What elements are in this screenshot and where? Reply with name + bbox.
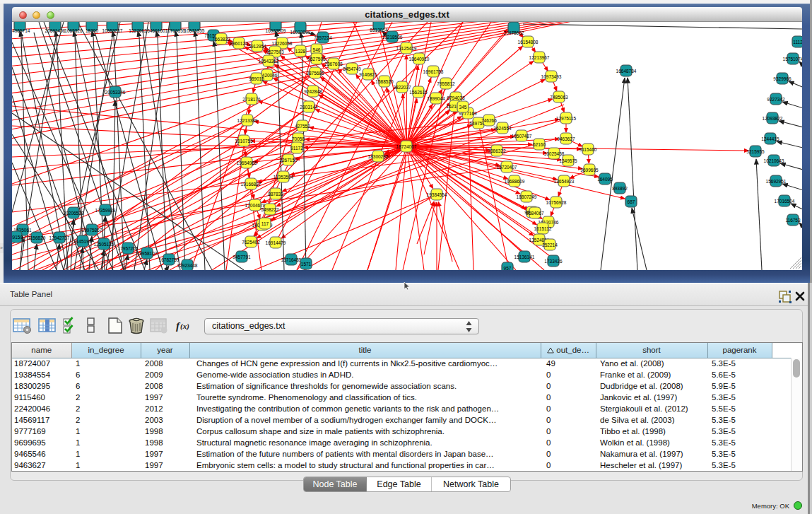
svg-text:2803144: 2803144 (300, 105, 318, 110)
svg-text:18640910: 18640910 (409, 57, 430, 62)
svg-text:62160: 62160 (533, 142, 546, 147)
svg-text:18300295: 18300295 (368, 154, 389, 159)
svg-text:12975115: 12975115 (556, 116, 577, 121)
svg-text:9463627: 9463627 (557, 136, 575, 141)
svg-text:15716485: 15716485 (281, 257, 302, 262)
svg-text:18807249: 18807249 (517, 194, 537, 199)
svg-text:1156829: 1156829 (28, 235, 46, 240)
svg-text:3624554: 3624554 (493, 126, 512, 131)
svg-text:1615112: 1615112 (534, 226, 552, 231)
svg-text:5912954: 5912954 (248, 44, 266, 49)
svg-text:8960124: 8960124 (230, 41, 248, 46)
svg-text:9329966: 9329966 (773, 76, 792, 81)
svg-text:70058: 70058 (292, 136, 305, 141)
svg-text:1328: 1328 (295, 49, 306, 54)
svg-text:12213389: 12213389 (237, 118, 258, 123)
svg-text:10688609: 10688609 (505, 179, 525, 184)
svg-text:12093822: 12093822 (763, 116, 783, 121)
svg-text:1349575: 1349575 (559, 158, 577, 163)
svg-text:116753: 116753 (785, 218, 801, 223)
svg-text:20053346: 20053346 (105, 90, 126, 95)
svg-text:989015: 989015 (249, 76, 264, 81)
svg-text:1899044: 1899044 (427, 96, 445, 101)
svg-text:17359928: 17359928 (95, 208, 116, 213)
svg-text:117: 117 (261, 221, 269, 226)
svg-text:19218506: 19218506 (382, 35, 403, 40)
svg-text:18724007: 18724007 (396, 144, 417, 149)
svg-text:10210643: 10210643 (764, 158, 784, 163)
svg-text:16033809: 16033809 (266, 28, 286, 33)
svg-text:1562615: 1562615 (409, 90, 428, 95)
svg-text:10653267: 10653267 (102, 28, 123, 33)
svg-text:19958107: 19958107 (137, 251, 158, 256)
svg-text:546: 546 (313, 47, 321, 52)
svg-text:9227342: 9227342 (767, 97, 785, 102)
svg-text:7357224: 7357224 (314, 35, 332, 40)
svg-text:12213967: 12213967 (529, 55, 550, 60)
svg-text:16033809: 16033809 (290, 30, 311, 35)
svg-text:345: 345 (459, 105, 467, 110)
svg-text:957: 957 (504, 266, 512, 271)
svg-text:6466160: 6466160 (147, 28, 165, 33)
svg-text:1527602: 1527602 (129, 28, 147, 33)
svg-text:(x): (x) (180, 322, 189, 331)
svg-text:16782759: 16782759 (159, 257, 180, 262)
svg-text:17957265: 17957265 (118, 246, 139, 251)
svg-text:16961758: 16961758 (423, 69, 444, 74)
svg-text:39159: 39159 (12, 235, 23, 240)
svg-text:1571: 1571 (301, 262, 312, 267)
svg-text:9527508: 9527508 (307, 57, 326, 62)
svg-text:9527503: 9527503 (266, 49, 284, 54)
svg-text:687: 687 (628, 199, 635, 204)
svg-text:12923448: 12923448 (177, 263, 198, 268)
svg-text:1244415: 1244415 (761, 136, 779, 141)
svg-text:8454749: 8454749 (343, 66, 361, 71)
svg-text:12505135: 12505135 (94, 242, 114, 247)
svg-text:746266: 746266 (481, 118, 497, 123)
svg-text:10756928: 10756928 (546, 200, 567, 205)
svg-text:1588520: 1588520 (375, 79, 394, 84)
svg-text:13654923: 13654923 (554, 179, 575, 184)
svg-text:1112: 1112 (793, 40, 802, 45)
svg-text:20206538: 20206538 (64, 211, 84, 216)
svg-text:16648784: 16648784 (616, 69, 637, 74)
svg-text:2367608: 2367608 (324, 62, 343, 66)
svg-text:9699695: 9699695 (580, 168, 599, 173)
svg-text:1733426: 1733426 (544, 259, 563, 264)
svg-text:10973493: 10973493 (541, 74, 562, 79)
svg-text:9457791: 9457791 (233, 255, 251, 259)
svg-text:19166827: 19166827 (241, 182, 261, 187)
svg-text:19975867: 19975867 (82, 228, 102, 233)
svg-text:15136141: 15136141 (514, 255, 535, 259)
svg-text:91172: 91172 (290, 146, 303, 151)
svg-text:19384554: 19384554 (427, 192, 447, 197)
svg-text:9584067: 9584067 (526, 211, 544, 216)
svg-text:7663822: 7663822 (212, 37, 230, 42)
svg-text:7955812: 7955812 (437, 81, 455, 86)
svg-text:3875685: 3875685 (306, 71, 324, 76)
svg-text:887833: 887833 (268, 192, 283, 197)
svg-text:16914479: 16914479 (266, 240, 286, 245)
svg-text:1145194: 1145194 (74, 239, 92, 244)
svg-text:11353594: 11353594 (273, 175, 294, 180)
svg-text:20478682: 20478682 (504, 30, 524, 35)
svg-text:17016504: 17016504 (775, 199, 795, 204)
svg-text:427552: 427552 (295, 124, 310, 129)
svg-text:13226058: 13226058 (272, 41, 293, 46)
svg-text:2718176: 2718176 (242, 97, 261, 102)
svg-text:10719155: 10719155 (165, 28, 186, 33)
svg-text:3215955: 3215955 (746, 149, 765, 154)
svg-text:10543362: 10543362 (259, 59, 279, 64)
svg-text:20691406: 20691406 (45, 28, 66, 33)
svg-text:1065326: 1065326 (64, 28, 83, 33)
svg-text:6794028: 6794028 (447, 95, 465, 100)
svg-text:9115460: 9115460 (579, 147, 597, 152)
svg-text:18300: 18300 (86, 28, 98, 33)
svg-text:15692951: 15692951 (766, 179, 787, 184)
svg-text:12942737: 12942737 (49, 235, 70, 240)
svg-text:10507487: 10507487 (512, 134, 532, 139)
svg-text:10025458: 10025458 (544, 151, 565, 156)
svg-text:10671355: 10671355 (184, 28, 205, 33)
svg-text:19654985: 19654985 (237, 160, 257, 165)
svg-text:14055714: 14055714 (12, 28, 30, 33)
